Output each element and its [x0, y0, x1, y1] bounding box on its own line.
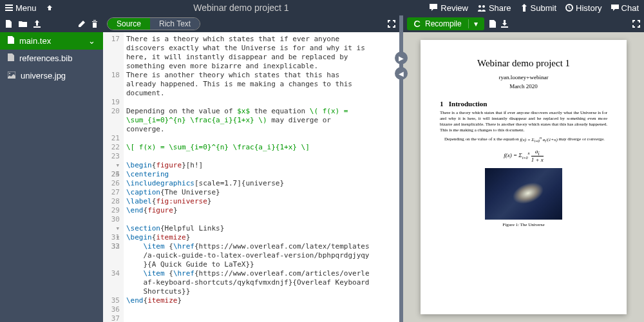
chevron-down-icon[interactable]: ⌄	[88, 36, 95, 46]
code-line[interactable]: }{A Quick Guide to LaTeX}}	[126, 260, 397, 269]
pane-divider[interactable]: ▶ ◀	[399, 15, 403, 322]
line-number	[103, 80, 120, 89]
code-line[interactable]: \begin{itemize}	[126, 233, 397, 242]
code-line[interactable]: here, it will instantly disappear and be…	[126, 53, 397, 62]
line-number: 28	[103, 197, 120, 206]
download-button[interactable]	[501, 20, 508, 28]
pdf-viewer[interactable]: Webinar demo project 1 ryan.looney+webin…	[403, 32, 644, 322]
trash-icon	[91, 20, 98, 28]
code-line[interactable]	[126, 134, 397, 143]
project-title: Webinar demo project 1	[61, 3, 422, 13]
editor-expand-button[interactable]	[388, 20, 395, 28]
code-line[interactable]: \sum_{i=0}^{n} \frac{a_i}{1+x} \) may di…	[126, 116, 397, 125]
code-line[interactable]: converge.	[126, 125, 397, 134]
code-line[interactable]: \label{fig:universe}	[126, 197, 397, 206]
line-gutter: 17181920212223▾ 24252627282930▾ 31▾ 3233…	[103, 32, 124, 322]
code-line[interactable]	[126, 152, 397, 161]
tab-richtext[interactable]: Rich Text	[150, 18, 200, 30]
code-line[interactable]: There is a theory which states that if e…	[126, 35, 397, 44]
tab-source[interactable]: Source	[108, 18, 150, 30]
upload-button[interactable]	[33, 20, 41, 28]
line-number	[103, 125, 120, 134]
new-file-button[interactable]	[5, 20, 12, 28]
submit-label: Submit	[531, 3, 556, 13]
top-bar: Menu Webinar demo project 1 Review Share…	[0, 0, 644, 15]
editor-mode-tabs: Source Rich Text	[107, 17, 200, 30]
editor-toolbar: Source Rich Text	[103, 15, 399, 32]
file-icon	[8, 53, 14, 63]
code-line[interactable]: \item {\href{https://www.overleaf.com/ar…	[126, 269, 397, 278]
code-area[interactable]: There is a theory which states that if e…	[124, 32, 399, 322]
rename-button[interactable]	[78, 20, 85, 28]
code-line[interactable]	[126, 314, 397, 322]
pdf-page: Webinar demo project 1 ryan.looney+webin…	[421, 40, 627, 314]
file-label: references.bib	[19, 53, 72, 63]
code-line[interactable]: Depending on the value of $x$ the equati…	[126, 107, 397, 116]
doc-paragraph-2: Depending on the value of x the equation…	[440, 135, 607, 144]
line-number: ▾ 24	[103, 161, 120, 170]
file-item[interactable]: main.tex⌄	[0, 32, 103, 50]
code-line[interactable]: \section{Helpful Links}	[126, 224, 397, 233]
share-label: Share	[489, 3, 511, 13]
code-line[interactable]: already happened. This is me making a ch…	[126, 80, 397, 89]
review-label: Review	[440, 3, 468, 13]
file-item[interactable]: references.bib	[0, 50, 103, 67]
line-number	[103, 44, 120, 53]
line-number: 25	[103, 170, 120, 179]
recompile-dropdown[interactable]: ▾	[468, 19, 478, 28]
line-number: 23	[103, 152, 120, 161]
code-line[interactable]: document.	[126, 89, 397, 98]
code-line[interactable]: something even more bizarre and inexplic…	[126, 62, 397, 71]
code-line[interactable]: Shortcuts}}	[126, 287, 397, 296]
code-line[interactable]: \[ f(x) = \sum_{i=0}^{n} \frac{a_i}{1+x}…	[126, 143, 397, 152]
preview-pane: Recompile ▾ Webinar demo project 1 ryan.…	[403, 15, 644, 322]
collapse-right-icon[interactable]: ▶	[395, 52, 408, 64]
line-number: 36	[103, 305, 120, 314]
submit-button[interactable]: Submit	[520, 3, 556, 13]
code-line[interactable]: \end{figure}	[126, 206, 397, 215]
file-label: universe.jpg	[21, 71, 66, 80]
up-button[interactable]	[46, 4, 53, 12]
menu-button[interactable]: Menu	[5, 3, 37, 13]
collapse-left-icon[interactable]: ◀	[395, 67, 408, 80]
universe-image	[485, 168, 562, 220]
code-line[interactable]	[126, 215, 397, 224]
code-line[interactable]: /a-quick-guide-to-latex-overleaf-version…	[126, 251, 397, 260]
file-icon	[8, 36, 14, 46]
expand-icon	[388, 20, 395, 28]
delete-button[interactable]	[91, 20, 98, 28]
file-list: main.tex⌄references.bibuniverse.jpg	[0, 32, 103, 84]
line-number: 19	[103, 98, 120, 107]
code-line[interactable]: \caption{The Universe}	[126, 188, 397, 197]
code-line[interactable]: discovers exactly what the Universe is f…	[126, 44, 397, 53]
line-number: ▾ 31	[103, 224, 120, 233]
code-line[interactable]: \includegraphics[scale=1.7]{universe}	[126, 179, 397, 188]
line-number: 34	[103, 269, 120, 278]
up-arrow-icon	[46, 4, 53, 12]
code-line[interactable]: \centering	[126, 170, 397, 179]
code-line[interactable]: There is another theory which states tha…	[126, 71, 397, 80]
chat-button[interactable]: Chat	[611, 3, 639, 13]
figure-caption: Figure 1: The Universe	[440, 222, 607, 227]
code-line[interactable]	[126, 305, 397, 314]
share-icon	[477, 4, 486, 12]
code-line[interactable]: \end{itemize}	[126, 296, 397, 305]
code-line[interactable]: af-keyboard-shortcuts/qykqfvmxdnjf}{Over…	[126, 278, 397, 287]
doc-paragraph-1: There is a theory which states that if e…	[440, 110, 607, 133]
recompile-button[interactable]: Recompile ▾	[407, 17, 484, 30]
review-icon	[429, 4, 438, 12]
logs-button[interactable]	[489, 20, 496, 28]
file-item[interactable]: universe.jpg	[0, 67, 103, 84]
line-number: 27	[103, 188, 120, 197]
history-button[interactable]: History	[565, 3, 601, 13]
doc-title: Webinar demo project 1	[440, 58, 607, 69]
review-button[interactable]: Review	[429, 3, 468, 13]
code-line[interactable]	[126, 98, 397, 107]
section-heading: 1 Introduction	[440, 100, 607, 108]
new-folder-button[interactable]	[19, 20, 27, 28]
code-line[interactable]: \begin{figure}[h!]	[126, 161, 397, 170]
preview-expand-button[interactable]	[632, 20, 640, 28]
share-button[interactable]: Share	[477, 3, 511, 13]
code-line[interactable]: \item {\href{https://www.overleaf.com/la…	[126, 242, 397, 251]
code-editor[interactable]: 17181920212223▾ 24252627282930▾ 31▾ 3233…	[103, 32, 399, 322]
